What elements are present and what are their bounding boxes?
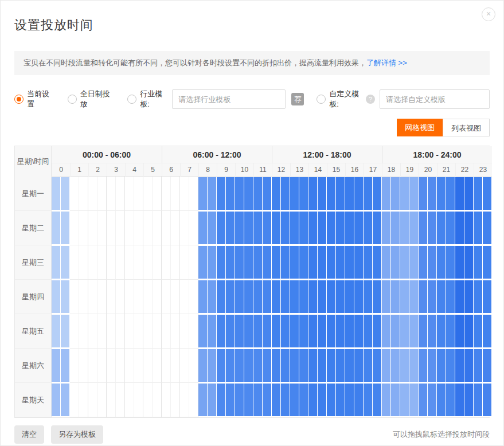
time-cell[interactable] bbox=[134, 383, 143, 417]
time-cell[interactable] bbox=[61, 177, 70, 211]
time-cell[interactable] bbox=[327, 349, 336, 383]
time-cell[interactable] bbox=[354, 383, 364, 417]
time-cell[interactable] bbox=[272, 177, 281, 211]
time-cell[interactable] bbox=[52, 245, 61, 280]
list-view-button[interactable]: 列表视图 bbox=[443, 119, 490, 136]
time-cell[interactable] bbox=[318, 314, 327, 349]
time-cell[interactable] bbox=[263, 177, 272, 211]
time-cell[interactable] bbox=[263, 245, 272, 280]
time-cell[interactable] bbox=[198, 211, 208, 245]
time-cell[interactable] bbox=[153, 314, 162, 349]
time-cell[interactable] bbox=[437, 177, 446, 211]
time-cell[interactable] bbox=[446, 245, 455, 280]
time-cell[interactable] bbox=[217, 177, 226, 211]
time-cell[interactable] bbox=[483, 211, 492, 245]
help-icon[interactable]: ? bbox=[366, 95, 375, 104]
time-cell[interactable] bbox=[455, 245, 464, 280]
time-cell[interactable] bbox=[428, 349, 437, 383]
time-cell[interactable] bbox=[263, 383, 272, 417]
time-cell[interactable] bbox=[400, 349, 409, 383]
time-cell[interactable] bbox=[79, 280, 88, 314]
time-cell[interactable] bbox=[180, 280, 189, 314]
clear-button[interactable]: 清空 bbox=[14, 425, 44, 444]
time-cell[interactable] bbox=[345, 314, 354, 349]
time-cell[interactable] bbox=[419, 314, 428, 349]
time-cell[interactable] bbox=[419, 177, 428, 211]
time-cell[interactable] bbox=[162, 211, 171, 245]
time-cell[interactable] bbox=[134, 177, 143, 211]
time-cell[interactable] bbox=[189, 211, 198, 245]
time-cell[interactable] bbox=[253, 383, 263, 417]
time-cell[interactable] bbox=[483, 383, 492, 417]
time-cell[interactable] bbox=[171, 245, 180, 280]
time-cell[interactable] bbox=[409, 177, 419, 211]
time-cell[interactable] bbox=[308, 280, 318, 314]
time-cell[interactable] bbox=[391, 314, 400, 349]
time-cell[interactable] bbox=[153, 280, 162, 314]
time-cell[interactable] bbox=[299, 314, 308, 349]
time-cell[interactable] bbox=[483, 245, 492, 280]
time-cell[interactable] bbox=[208, 383, 217, 417]
time-cell[interactable] bbox=[116, 211, 125, 245]
time-cell[interactable] bbox=[446, 383, 455, 417]
time-cell[interactable] bbox=[327, 314, 336, 349]
time-cell[interactable] bbox=[244, 349, 253, 383]
time-cell[interactable] bbox=[162, 177, 171, 211]
time-cell[interactable] bbox=[318, 280, 327, 314]
time-cell[interactable] bbox=[79, 245, 88, 280]
time-cell[interactable] bbox=[235, 245, 244, 280]
time-cell[interactable] bbox=[244, 211, 253, 245]
time-cell[interactable] bbox=[162, 314, 171, 349]
time-cell[interactable] bbox=[61, 383, 70, 417]
time-cell[interactable] bbox=[70, 211, 79, 245]
time-cell[interactable] bbox=[299, 349, 308, 383]
time-cell[interactable] bbox=[180, 349, 189, 383]
time-cell[interactable] bbox=[318, 211, 327, 245]
time-cell[interactable] bbox=[281, 349, 290, 383]
time-cell[interactable] bbox=[446, 177, 455, 211]
time-cell[interactable] bbox=[235, 280, 244, 314]
time-cell[interactable] bbox=[134, 245, 143, 280]
time-cell[interactable] bbox=[208, 314, 217, 349]
time-cell[interactable] bbox=[70, 314, 79, 349]
time-cell[interactable] bbox=[391, 245, 400, 280]
time-cell[interactable] bbox=[345, 211, 354, 245]
time-cell[interactable] bbox=[419, 349, 428, 383]
time-cell[interactable] bbox=[171, 314, 180, 349]
time-cell[interactable] bbox=[272, 314, 281, 349]
time-cell[interactable] bbox=[345, 280, 354, 314]
time-cell[interactable] bbox=[125, 211, 134, 245]
time-cell[interactable] bbox=[400, 383, 409, 417]
time-cell[interactable] bbox=[382, 211, 391, 245]
time-cell[interactable] bbox=[198, 177, 208, 211]
time-cell[interactable] bbox=[272, 349, 281, 383]
time-cell[interactable] bbox=[308, 177, 318, 211]
time-cell[interactable] bbox=[97, 383, 107, 417]
time-cell[interactable] bbox=[143, 211, 153, 245]
time-cell[interactable] bbox=[198, 245, 208, 280]
time-cell[interactable] bbox=[428, 245, 437, 280]
time-cell[interactable] bbox=[198, 349, 208, 383]
time-cell[interactable] bbox=[455, 383, 464, 417]
time-cell[interactable] bbox=[290, 245, 299, 280]
time-cell[interactable] bbox=[409, 211, 419, 245]
time-cell[interactable] bbox=[61, 280, 70, 314]
time-cell[interactable] bbox=[336, 314, 345, 349]
time-cell[interactable] bbox=[153, 383, 162, 417]
time-cell[interactable] bbox=[364, 383, 373, 417]
time-cell[interactable] bbox=[88, 211, 97, 245]
time-cell[interactable] bbox=[208, 245, 217, 280]
time-cell[interactable] bbox=[409, 349, 419, 383]
time-cell[interactable] bbox=[437, 280, 446, 314]
time-cell[interactable] bbox=[483, 314, 492, 349]
time-cell[interactable] bbox=[373, 245, 382, 280]
time-cell[interactable] bbox=[391, 383, 400, 417]
time-cell[interactable] bbox=[125, 245, 134, 280]
time-cell[interactable] bbox=[244, 314, 253, 349]
time-cell[interactable] bbox=[437, 245, 446, 280]
time-cell[interactable] bbox=[143, 349, 153, 383]
time-cell[interactable] bbox=[171, 211, 180, 245]
time-cell[interactable] bbox=[483, 177, 492, 211]
time-cell[interactable] bbox=[116, 245, 125, 280]
time-cell[interactable] bbox=[107, 177, 116, 211]
